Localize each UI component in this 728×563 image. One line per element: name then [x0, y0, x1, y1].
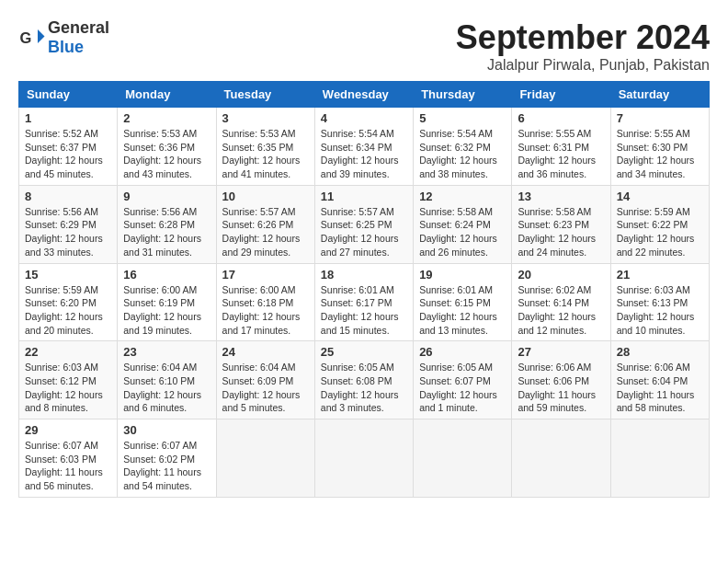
calendar-day-cell: 6 Sunrise: 5:55 AMSunset: 6:31 PMDayligh…: [512, 108, 610, 186]
month-title: September 2024: [456, 18, 710, 57]
calendar-week-row: 15 Sunrise: 5:59 AMSunset: 6:20 PMDaylig…: [19, 263, 710, 341]
day-info: Sunrise: 6:01 AMSunset: 6:15 PMDaylight:…: [419, 284, 497, 336]
calendar-day-cell: 10 Sunrise: 5:57 AMSunset: 6:26 PMDaylig…: [216, 185, 314, 263]
day-info: Sunrise: 6:07 AMSunset: 6:02 PMDaylight:…: [123, 440, 201, 491]
svg-text:G: G: [20, 29, 32, 46]
calendar-day-cell: [314, 419, 413, 498]
calendar-day-cell: 2 Sunrise: 5:53 AMSunset: 6:36 PMDayligh…: [118, 108, 216, 186]
logo-text: General Blue: [48, 18, 109, 57]
day-number: 22: [25, 345, 111, 359]
day-info: Sunrise: 5:53 AMSunset: 6:36 PMDaylight:…: [123, 128, 201, 179]
day-number: 13: [518, 190, 604, 203]
location: Jalalpur Pirwala, Punjab, Pakistan: [456, 57, 710, 74]
calendar-day-cell: 16 Sunrise: 6:00 AMSunset: 6:19 PMDaylig…: [118, 263, 216, 341]
day-info: Sunrise: 6:04 AMSunset: 6:10 PMDaylight:…: [123, 362, 201, 413]
calendar-day-cell: 15 Sunrise: 5:59 AMSunset: 6:20 PMDaylig…: [19, 263, 118, 341]
day-info: Sunrise: 6:03 AMSunset: 6:12 PMDaylight:…: [25, 362, 103, 413]
logo: G General Blue: [18, 18, 109, 57]
day-info: Sunrise: 5:58 AMSunset: 6:23 PMDaylight:…: [518, 206, 596, 258]
calendar-day-cell: 14 Sunrise: 5:59 AMSunset: 6:22 PMDaylig…: [610, 185, 709, 263]
day-number: 23: [123, 345, 210, 359]
day-number: 9: [123, 190, 210, 203]
day-info: Sunrise: 6:06 AMSunset: 6:06 PMDaylight:…: [518, 362, 596, 413]
calendar-day-cell: 20 Sunrise: 6:02 AMSunset: 6:14 PMDaylig…: [512, 263, 610, 341]
day-info: Sunrise: 5:59 AMSunset: 6:20 PMDaylight:…: [25, 284, 103, 336]
col-wednesday: Wednesday: [314, 82, 413, 108]
day-number: 16: [123, 268, 210, 282]
day-number: 11: [321, 190, 407, 203]
day-number: 25: [321, 345, 407, 359]
col-monday: Monday: [118, 82, 216, 108]
col-friday: Friday: [512, 82, 610, 108]
day-number: 28: [617, 345, 703, 359]
calendar-day-cell: 7 Sunrise: 5:55 AMSunset: 6:30 PMDayligh…: [610, 108, 709, 186]
day-number: 2: [123, 111, 210, 125]
day-info: Sunrise: 5:54 AMSunset: 6:32 PMDaylight:…: [419, 128, 497, 179]
calendar-day-cell: 28 Sunrise: 6:06 AMSunset: 6:04 PMDaylig…: [610, 341, 709, 419]
day-info: Sunrise: 5:53 AMSunset: 6:35 PMDaylight:…: [222, 128, 301, 179]
calendar-day-cell: [216, 419, 314, 498]
day-info: Sunrise: 5:55 AMSunset: 6:30 PMDaylight:…: [617, 128, 695, 179]
day-number: 20: [518, 268, 604, 282]
day-number: 7: [617, 111, 703, 125]
calendar-day-cell: 3 Sunrise: 5:53 AMSunset: 6:35 PMDayligh…: [216, 108, 314, 186]
calendar-day-cell: 29 Sunrise: 6:07 AMSunset: 6:03 PMDaylig…: [19, 419, 118, 498]
day-info: Sunrise: 5:57 AMSunset: 6:25 PMDaylight:…: [321, 206, 399, 258]
day-number: 5: [419, 111, 506, 125]
day-info: Sunrise: 6:04 AMSunset: 6:09 PMDaylight:…: [222, 362, 301, 413]
calendar-day-cell: 11 Sunrise: 5:57 AMSunset: 6:25 PMDaylig…: [314, 185, 413, 263]
day-number: 21: [617, 268, 703, 282]
day-info: Sunrise: 6:02 AMSunset: 6:14 PMDaylight:…: [518, 284, 596, 336]
calendar-day-cell: 24 Sunrise: 6:04 AMSunset: 6:09 PMDaylig…: [216, 341, 314, 419]
day-number: 18: [321, 268, 407, 282]
day-info: Sunrise: 6:01 AMSunset: 6:17 PMDaylight:…: [321, 284, 399, 336]
day-number: 19: [419, 268, 506, 282]
calendar-day-cell: 23 Sunrise: 6:04 AMSunset: 6:10 PMDaylig…: [118, 341, 216, 419]
calendar-day-cell: 13 Sunrise: 5:58 AMSunset: 6:23 PMDaylig…: [512, 185, 610, 263]
day-number: 6: [518, 111, 604, 125]
day-info: Sunrise: 5:52 AMSunset: 6:37 PMDaylight:…: [25, 128, 103, 179]
day-number: 3: [222, 111, 309, 125]
page-header: G General Blue September 2024 Jalalpur P…: [18, 18, 710, 74]
day-number: 27: [518, 345, 604, 359]
day-info: Sunrise: 5:56 AMSunset: 6:29 PMDaylight:…: [25, 206, 103, 258]
day-number: 15: [25, 268, 111, 282]
day-number: 17: [222, 268, 309, 282]
day-info: Sunrise: 5:56 AMSunset: 6:28 PMDaylight:…: [123, 206, 201, 258]
calendar-table: Sunday Monday Tuesday Wednesday Thursday…: [18, 81, 710, 498]
day-number: 1: [25, 111, 111, 125]
day-number: 14: [617, 190, 703, 203]
day-number: 12: [419, 190, 506, 203]
day-number: 29: [25, 423, 111, 437]
col-saturday: Saturday: [610, 82, 709, 108]
calendar-day-cell: [610, 419, 709, 498]
day-info: Sunrise: 6:07 AMSunset: 6:03 PMDaylight:…: [25, 440, 103, 491]
calendar-day-cell: 21 Sunrise: 6:03 AMSunset: 6:13 PMDaylig…: [610, 263, 709, 341]
calendar-day-cell: 17 Sunrise: 6:00 AMSunset: 6:18 PMDaylig…: [216, 263, 314, 341]
day-number: 8: [25, 190, 111, 203]
header-row: Sunday Monday Tuesday Wednesday Thursday…: [19, 82, 710, 108]
day-number: 4: [321, 111, 407, 125]
calendar-day-cell: 18 Sunrise: 6:01 AMSunset: 6:17 PMDaylig…: [314, 263, 413, 341]
day-info: Sunrise: 5:58 AMSunset: 6:24 PMDaylight:…: [419, 206, 497, 258]
calendar-day-cell: 26 Sunrise: 6:05 AMSunset: 6:07 PMDaylig…: [414, 341, 512, 419]
day-number: 30: [123, 423, 210, 437]
calendar-day-cell: [414, 419, 512, 498]
calendar-day-cell: 22 Sunrise: 6:03 AMSunset: 6:12 PMDaylig…: [19, 341, 118, 419]
day-info: Sunrise: 6:05 AMSunset: 6:08 PMDaylight:…: [321, 362, 399, 413]
calendar-day-cell: [512, 419, 610, 498]
day-info: Sunrise: 6:00 AMSunset: 6:19 PMDaylight:…: [123, 284, 201, 336]
day-info: Sunrise: 5:57 AMSunset: 6:26 PMDaylight:…: [222, 206, 301, 258]
calendar-day-cell: 30 Sunrise: 6:07 AMSunset: 6:02 PMDaylig…: [118, 419, 216, 498]
day-info: Sunrise: 5:55 AMSunset: 6:31 PMDaylight:…: [518, 128, 596, 179]
day-number: 26: [419, 345, 506, 359]
logo-icon: G: [18, 24, 46, 52]
day-info: Sunrise: 6:05 AMSunset: 6:07 PMDaylight:…: [419, 362, 497, 413]
calendar-day-cell: 1 Sunrise: 5:52 AMSunset: 6:37 PMDayligh…: [19, 108, 118, 186]
calendar-day-cell: 4 Sunrise: 5:54 AMSunset: 6:34 PMDayligh…: [314, 108, 413, 186]
day-number: 24: [222, 345, 309, 359]
calendar-day-cell: 12 Sunrise: 5:58 AMSunset: 6:24 PMDaylig…: [414, 185, 512, 263]
calendar-day-cell: 19 Sunrise: 6:01 AMSunset: 6:15 PMDaylig…: [414, 263, 512, 341]
col-thursday: Thursday: [414, 82, 512, 108]
svg-marker-1: [38, 29, 45, 43]
